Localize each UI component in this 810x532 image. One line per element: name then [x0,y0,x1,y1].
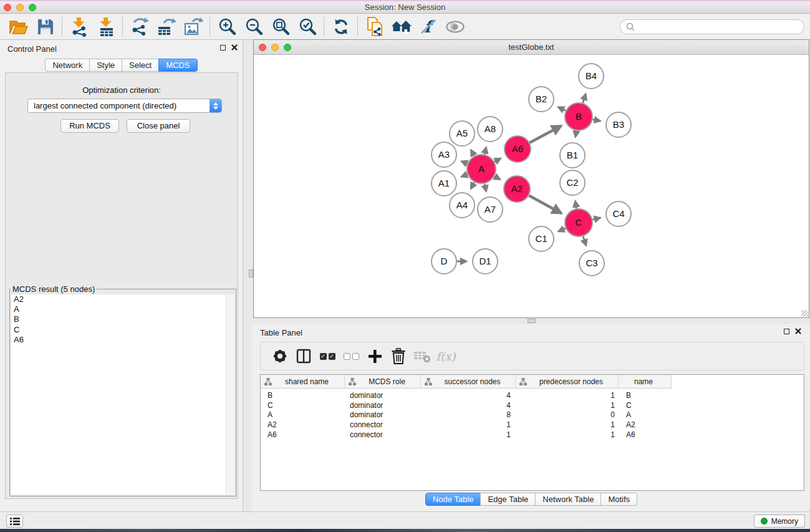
graph-node-A8[interactable]: A8 [478,117,503,142]
cell[interactable]: dominator [345,401,421,410]
cell[interactable]: B [261,391,345,400]
graph-node-C[interactable]: C [565,209,592,236]
refresh-layout-button[interactable] [327,16,354,38]
cell[interactable]: connector [345,420,421,429]
network-minimize-button[interactable] [271,44,279,51]
tab-mcds[interactable]: MCDS [158,59,197,72]
graph-node-C2[interactable]: C2 [560,170,585,195]
cell[interactable]: 0 [516,410,619,419]
close-panel-icon[interactable] [231,44,238,51]
network-canvas[interactable]: ABCA2A6A1A3A4A5A7A8B1B2B3B4C1C2C3C4DD1 [254,56,809,318]
result-item-B[interactable]: B [11,314,226,324]
graph-edge-A-A2[interactable] [494,177,500,180]
home-button[interactable] [388,16,415,38]
graph-node-A1[interactable]: A1 [432,171,456,196]
cell[interactable]: 1 [516,391,619,400]
cell[interactable]: A6 [619,430,672,439]
cell[interactable]: 8 [421,410,516,419]
add-column-button[interactable] [363,349,387,364]
export-table-button[interactable] [153,16,180,38]
vertical-scroll-thumb[interactable] [249,269,253,278]
open-session-button[interactable] [5,16,32,38]
graph-node-A4[interactable]: A4 [450,193,475,218]
cell[interactable]: 1 [421,430,516,439]
show-hide-button[interactable] [441,16,468,38]
cell[interactable]: C [619,401,672,410]
graph-node-A2[interactable]: A2 [504,176,530,202]
network-zoom-button[interactable] [284,44,291,51]
float-table-panel-icon[interactable] [784,329,789,334]
cell[interactable]: dominator [345,391,421,400]
export-image-button[interactable] [180,16,206,38]
cell[interactable]: 4 [421,391,516,400]
graph-node-D[interactable]: D [432,249,456,274]
close-window-button[interactable] [4,4,11,11]
tab-network-table[interactable]: Network Table [535,493,601,506]
graph-edge-A-A7[interactable] [485,184,486,191]
cell[interactable]: B [619,391,672,400]
graph-node-B1[interactable]: B1 [560,143,585,168]
table-row-B[interactable]: Bdominator41B [261,390,804,400]
delete-table-button[interactable] [410,349,434,363]
graph-edge-B-B1[interactable] [576,131,577,137]
tab-edge-table[interactable]: Edge Table [480,493,536,506]
graph-node-A3[interactable]: A3 [432,142,456,167]
select-all-button[interactable]: ✓✓ [316,353,339,360]
cell[interactable]: 4 [421,401,516,410]
graph-node-A5[interactable]: A5 [450,121,475,146]
tab-network[interactable]: Network [45,59,90,72]
column-header-successor-nodes[interactable]: successor nodes [421,375,516,389]
memory-button[interactable]: Memory [754,515,805,528]
function-builder-button[interactable]: f(x) [434,350,458,363]
result-item-A6[interactable]: A6 [11,335,226,345]
zoom-out-button[interactable] [240,16,267,38]
result-item-A[interactable]: A [11,304,226,314]
save-session-button[interactable] [32,16,59,38]
column-header-MCDS-role[interactable]: MCDS role [345,375,421,389]
table-row-A6[interactable]: A6connector11A6 [261,430,804,440]
cell[interactable]: connector [345,430,421,439]
graph-edge-C-C1[interactable] [559,228,566,231]
close-table-panel-icon[interactable] [795,328,801,334]
graph-edge-A-A5[interactable] [471,150,474,156]
graph-edge-C-C4[interactable] [593,218,600,220]
show-columns-button[interactable] [292,349,316,364]
graph-edge-A2-C[interactable] [529,196,561,213]
graph-node-D1[interactable]: D1 [473,249,498,274]
graph-edge-C-C2[interactable] [576,201,577,209]
graph-node-B[interactable]: B [565,103,592,130]
graph-node-B2[interactable]: B2 [529,87,554,112]
cell[interactable]: 1 [516,420,619,429]
cell[interactable]: A2 [619,420,672,429]
graph-node-A6[interactable]: A6 [504,136,531,162]
tab-style[interactable]: Style [89,59,122,72]
close-panel-button[interactable]: Close panel [127,119,190,133]
result-scrollbar[interactable] [226,294,234,495]
zoom-window-button[interactable] [29,4,36,11]
network-close-button[interactable] [259,44,266,51]
cell[interactable]: A2 [261,420,345,429]
graph-edge-B-B4[interactable] [583,94,586,103]
zoom-selected-button[interactable] [294,16,321,38]
window-resize-grip[interactable] [801,310,808,317]
minimize-window-button[interactable] [16,4,24,11]
graph-edge-A-A6[interactable] [494,158,501,162]
cell[interactable]: dominator [345,410,421,419]
graph-node-C1[interactable]: C1 [529,226,554,251]
tab-select[interactable]: Select [122,59,159,72]
graph-node-A[interactable]: A [467,155,496,183]
cell[interactable]: C [261,401,345,410]
table-row-A2[interactable]: A2connector11A2 [261,420,804,430]
run-mcds-button[interactable]: Run MCDS [60,119,119,133]
graph-node-A7[interactable]: A7 [478,197,503,222]
network-window-titlebar[interactable]: testGlobe.txt [254,40,809,55]
search-field[interactable] [620,19,804,34]
graph-node-B4[interactable]: B4 [579,64,604,89]
column-header-name[interactable]: name [619,375,672,389]
graph-edge-A-A8[interactable] [485,147,486,154]
clone-network-button[interactable] [361,16,388,38]
deselect-all-button[interactable] [339,353,363,360]
table-settings-button[interactable] [268,348,292,364]
graph-edge-B-B3[interactable] [593,120,600,121]
search-input[interactable] [639,22,798,31]
